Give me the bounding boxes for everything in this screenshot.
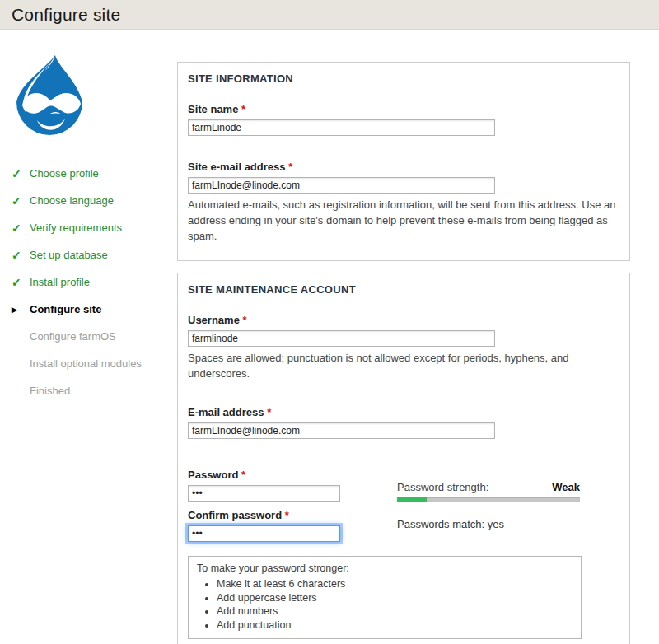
suggestion-item: Add uppercase letters: [217, 591, 573, 605]
step-label: Configure farmOS: [30, 330, 116, 343]
sidebar-step-finished: Finished: [12, 377, 177, 404]
account-email-input[interactable]: [188, 422, 495, 439]
confirm-password-label: Confirm password *: [188, 509, 397, 521]
step-label: Install optional modules: [30, 357, 142, 370]
check-icon: ✓: [12, 276, 30, 289]
site-maintenance-account-legend: SITE MAINTENANCE ACCOUNT: [188, 283, 619, 296]
check-icon: ✓: [12, 222, 30, 235]
installer-step-list: ✓ Choose profile ✓ Choose language ✓ Ver…: [12, 160, 177, 404]
site-name-label: Site name *: [188, 103, 619, 115]
passwords-match-status: Passwords match: yes: [397, 502, 580, 542]
required-marker: *: [285, 509, 289, 521]
password-label: Password *: [188, 469, 397, 481]
site-name-input[interactable]: [188, 119, 495, 136]
password-suggestions-list: Make it at least 6 characters Add upperc…: [197, 577, 573, 632]
step-label: Set up database: [30, 249, 108, 261]
content: ✓ Choose profile ✓ Choose language ✓ Ver…: [0, 30, 659, 644]
account-email-label: E-mail address *: [188, 406, 619, 418]
password-strength-level: Weak: [552, 481, 580, 493]
step-label: Configure site: [30, 303, 101, 315]
username-label: Username *: [188, 314, 619, 326]
sidebar-step-configure-site: ▶ Configure site: [12, 296, 177, 323]
confirm-password-input[interactable]: [188, 525, 340, 542]
step-label: Choose language: [30, 194, 114, 207]
step-label: Install profile: [30, 276, 90, 288]
step-label: Verify requirements: [30, 222, 122, 234]
site-email-input[interactable]: [188, 177, 495, 194]
sidebar-step-verify-requirements: ✓ Verify requirements: [12, 214, 177, 241]
suggestion-item: Add numbers: [217, 604, 573, 618]
site-information-legend: SITE INFORMATION: [188, 72, 619, 85]
password-input[interactable]: [188, 485, 340, 502]
page-header: Configure site: [0, 0, 659, 30]
configure-site-form: SITE INFORMATION Site name * Site e-mail…: [177, 30, 630, 644]
check-icon: ✓: [12, 194, 30, 208]
site-information-fieldset: SITE INFORMATION Site name * Site e-mail…: [177, 62, 630, 261]
password-form-item: Password *: [188, 469, 397, 502]
required-marker: *: [241, 469, 245, 481]
required-marker: *: [288, 161, 292, 173]
passwords-match-text: Passwords match: yes: [397, 518, 580, 542]
password-strength-bar-fill: [397, 497, 427, 502]
sidebar-step-install-profile: ✓ Install profile: [12, 268, 177, 296]
active-arrow-icon: ▶: [12, 306, 30, 314]
site-maintenance-account-fieldset: SITE MAINTENANCE ACCOUNT Username * Spac…: [177, 273, 630, 644]
sidebar-step-install-optional-modules: Install optional modules: [12, 350, 177, 377]
required-marker: *: [243, 314, 247, 326]
site-email-label: Site e-mail address *: [188, 161, 619, 173]
sidebar-step-choose-profile: ✓ Choose profile: [12, 160, 177, 187]
password-suggestions-intro: To make your password stronger:: [197, 562, 573, 576]
drupal-logo: [12, 53, 87, 142]
page-title: Configure site: [12, 5, 120, 25]
password-strength-label: Password strength:: [397, 481, 488, 493]
username-description: Spaces are allowed; punctuation is not a…: [188, 350, 619, 381]
required-marker: *: [267, 406, 271, 418]
site-name-form-item: Site name *: [188, 103, 619, 136]
password-strength-indicator: Password strength: Weak: [397, 469, 580, 502]
step-label: Choose profile: [30, 167, 99, 180]
suggestion-item: Make it at least 6 characters: [217, 577, 573, 591]
password-strength-row: Password strength: Weak: [397, 481, 580, 493]
password-suggestions-box: To make your password stronger: Make it …: [188, 556, 582, 639]
suggestion-item: Add punctuation: [217, 618, 573, 632]
password-strength-bar: [397, 497, 580, 502]
site-email-description: Automated e-mails, such as registration …: [188, 197, 619, 244]
check-icon: ✓: [12, 249, 30, 262]
password-area: Password * Password strength: Weak Confi…: [188, 469, 619, 542]
site-email-form-item: Site e-mail address * Automated e-mails,…: [188, 161, 619, 244]
sidebar-step-set-up-database: ✓ Set up database: [12, 241, 177, 268]
username-form-item: Username * Spaces are allowed; punctuati…: [188, 314, 619, 381]
sidebar-step-configure-farmos: Configure farmOS: [12, 323, 177, 350]
confirm-password-form-item: Confirm password *: [188, 509, 397, 542]
required-marker: *: [241, 103, 245, 115]
username-input[interactable]: [188, 330, 495, 347]
sidebar-step-choose-language: ✓ Choose language: [12, 187, 177, 214]
sidebar: ✓ Choose profile ✓ Choose language ✓ Ver…: [0, 30, 177, 644]
check-icon: ✓: [12, 167, 30, 180]
account-email-form-item: E-mail address *: [188, 406, 619, 439]
step-label: Finished: [30, 385, 70, 397]
